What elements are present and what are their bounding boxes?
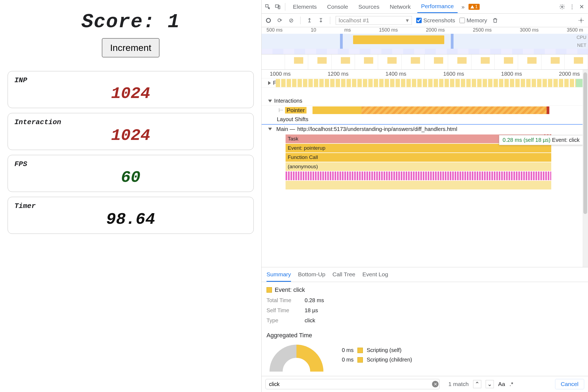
screenshots-checkbox[interactable]: Screenshots — [416, 17, 455, 24]
record-icon[interactable] — [265, 17, 272, 24]
pointer-label[interactable]: Pointer — [285, 107, 307, 114]
thumbnail[interactable] — [355, 54, 378, 69]
thumbnail[interactable] — [262, 54, 285, 69]
upload-icon[interactable]: ↥ — [306, 17, 313, 24]
gear-icon[interactable] — [559, 3, 566, 10]
stab-call-tree[interactable]: Call Tree — [332, 271, 355, 282]
scrollbar-thumb[interactable] — [583, 72, 587, 214]
chevron-down-icon[interactable] — [268, 100, 272, 102]
increment-button[interactable]: Increment — [102, 38, 159, 57]
find-next-icon[interactable]: ⌄ — [486, 380, 494, 388]
summary-tabbar: Summary Bottom-Up Call Tree Event Log — [262, 267, 588, 282]
screenshots-check-input[interactable] — [416, 18, 422, 23]
find-prev-icon[interactable]: ⌃ — [473, 380, 481, 388]
overview-viewport[interactable]: CPU NET — [262, 34, 588, 54]
tab-network[interactable]: Network — [386, 1, 415, 13]
perf-toolbar: ⟳ ⊘ ↥ ↧ localhost #1 ▾ Screenshots Memor… — [262, 14, 588, 27]
overview-activity — [353, 35, 445, 44]
track-row-interactions[interactable]: Interactions — [262, 96, 588, 106]
type-value: click — [305, 317, 315, 324]
kebab-icon[interactable]: ⋮ — [568, 3, 575, 10]
interactions-body: ⊢ Pointer — [277, 106, 588, 115]
pointer-bar[interactable] — [313, 106, 549, 114]
thumbnail[interactable] — [518, 54, 541, 69]
find-input[interactable] — [265, 379, 440, 389]
clear-input-icon[interactable]: ✕ — [432, 381, 439, 387]
device-toggle-icon[interactable] — [274, 3, 281, 10]
stab-bottom-up[interactable]: Bottom-Up — [298, 271, 325, 282]
close-icon[interactable]: ✕ — [578, 3, 585, 10]
memory-checkbox[interactable]: Memory — [460, 17, 487, 24]
filmstrip[interactable] — [262, 54, 588, 70]
reload-icon[interactable]: ⟳ — [276, 17, 283, 24]
self-time-value: 18 µs — [305, 307, 318, 314]
stab-summary[interactable]: Summary — [267, 271, 291, 282]
warning-icon — [470, 5, 474, 8]
metric-interaction: Interaction 1024 — [8, 113, 254, 150]
color-swatch-icon — [357, 357, 363, 363]
flame-layout[interactable] — [286, 171, 551, 180]
metric-value: 1024 — [14, 126, 247, 145]
gear-icon[interactable] — [578, 17, 585, 24]
frames-visual — [276, 79, 584, 87]
total-time-value: 0.28 ms — [305, 297, 324, 304]
download-icon[interactable]: ↧ — [317, 17, 324, 24]
overview-cpu-label: CPU — [577, 35, 586, 40]
devtools-tabbar: Elements Console Sources Network Perform… — [262, 0, 588, 14]
thumbnail[interactable] — [285, 54, 308, 69]
track-row-layout-shifts[interactable]: Layout Shifts — [262, 115, 588, 124]
chevron-down-icon[interactable] — [268, 128, 272, 130]
flame-chart[interactable]: 1000 ms 1200 ms 1400 ms 1600 ms 1800 ms … — [262, 70, 588, 267]
page-app-pane: Score: 1 Increment INP 1024 Interaction … — [0, 0, 261, 392]
thumbnail[interactable] — [378, 54, 402, 69]
track-row-main[interactable]: Main — http://localhost:5173/understandi… — [262, 124, 588, 133]
thumbnail[interactable] — [402, 54, 425, 69]
svg-point-4 — [580, 20, 582, 21]
metric-label: Timer — [14, 202, 247, 210]
flame-misc[interactable] — [286, 181, 551, 189]
tabs-overflow[interactable]: » — [460, 1, 466, 13]
color-swatch-icon — [267, 287, 272, 293]
metric-inp: INP 1024 — [8, 71, 254, 108]
issues-badge[interactable]: 1 — [468, 4, 480, 10]
metric-fps: FPS 60 — [8, 155, 254, 192]
thumbnail[interactable] — [332, 54, 355, 69]
flame-function-call[interactable]: Function Call — [286, 153, 551, 162]
main-url: http://localhost:5173/understanding-inp/… — [297, 126, 457, 132]
thumbnail[interactable] — [495, 54, 518, 69]
tab-performance[interactable]: Performance — [417, 0, 458, 13]
aggregated-title: Aggregated Time — [267, 332, 583, 339]
divider — [330, 17, 330, 24]
tab-elements[interactable]: Elements — [289, 1, 321, 13]
thumbnail[interactable] — [541, 54, 565, 69]
profile-select[interactable]: localhost #1 ▾ — [336, 16, 412, 25]
tab-sources[interactable]: Sources — [355, 1, 383, 13]
hover-tooltip: 0.28 ms (self 18 µs) Event: click — [499, 135, 583, 145]
metric-value: 1024 — [14, 84, 247, 103]
thumbnail[interactable] — [471, 54, 495, 69]
cancel-button[interactable]: Cancel — [555, 379, 584, 389]
perf-overview[interactable]: 500 ms 10 ms 1500 ms 2000 ms 2500 ms 300… — [262, 27, 588, 54]
chevron-right-icon[interactable] — [268, 81, 271, 85]
inspect-icon[interactable] — [264, 3, 271, 10]
chevron-down-icon: ▾ — [406, 17, 409, 24]
thumbnail[interactable] — [448, 54, 471, 69]
flame-anonymous[interactable]: (anonymous) — [286, 162, 551, 171]
vertical-scrollbar[interactable] — [583, 70, 588, 267]
match-case-toggle[interactable]: Aa — [498, 381, 505, 387]
summary-event-title: Event: click — [267, 286, 583, 293]
stab-event-log[interactable]: Event Log — [362, 271, 388, 282]
clear-icon[interactable]: ⊘ — [288, 17, 295, 24]
thumbnail[interactable] — [308, 54, 332, 69]
profile-select-value: localhost #1 — [339, 17, 369, 24]
memory-check-input[interactable] — [460, 18, 465, 23]
thumbnail[interactable] — [565, 54, 588, 69]
metric-value: 60 — [14, 168, 247, 187]
score-value: 1 — [168, 11, 180, 33]
tab-console[interactable]: Console — [323, 1, 352, 13]
thumbnail[interactable] — [425, 54, 448, 69]
gc-icon[interactable] — [492, 17, 499, 24]
score-label: Score: — [81, 11, 155, 33]
regex-toggle[interactable]: .* — [509, 381, 513, 387]
find-match-count: 1 match — [448, 381, 469, 387]
